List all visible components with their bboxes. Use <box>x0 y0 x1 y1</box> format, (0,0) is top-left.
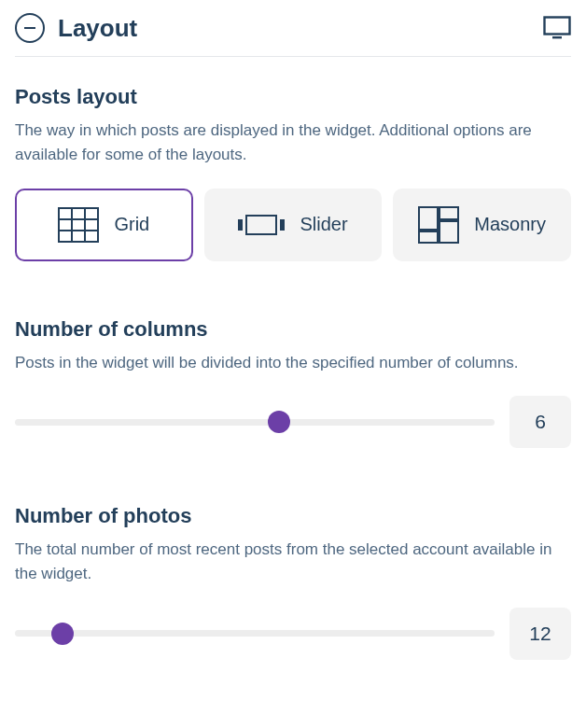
posts-layout-title: Posts layout <box>15 85 571 109</box>
photos-section: Number of photos The total number of mos… <box>15 448 571 660</box>
svg-rect-12 <box>440 207 458 219</box>
photos-slider[interactable] <box>15 630 495 637</box>
slider-icon <box>238 215 285 235</box>
posts-layout-section: Posts layout The way in which posts are … <box>15 57 571 261</box>
columns-desc: Posts in the widget will be divided into… <box>15 351 571 375</box>
svg-rect-10 <box>419 207 438 230</box>
svg-rect-13 <box>440 221 458 243</box>
photos-slider-thumb[interactable] <box>51 623 74 645</box>
columns-slider-thumb[interactable] <box>268 411 290 433</box>
svg-rect-2 <box>59 208 98 242</box>
posts-layout-desc: The way in which posts are displayed in … <box>15 119 571 168</box>
layout-option-label: Grid <box>114 214 149 235</box>
columns-title: Number of columns <box>15 317 571 342</box>
desktop-preview-icon[interactable] <box>543 17 571 39</box>
grid-icon <box>58 207 99 243</box>
photos-title: Number of photos <box>15 504 571 528</box>
svg-rect-11 <box>419 231 438 243</box>
layout-option-slider[interactable]: Slider <box>204 189 383 261</box>
collapse-button[interactable] <box>15 13 45 43</box>
photos-slider-row: 12 <box>15 608 571 660</box>
layout-option-label: Masonry <box>474 214 546 235</box>
svg-rect-7 <box>246 216 276 234</box>
photos-value[interactable]: 12 <box>509 608 571 660</box>
header-left: Layout <box>15 13 137 43</box>
svg-rect-9 <box>280 219 285 231</box>
columns-slider-row: 6 <box>15 396 571 448</box>
columns-section: Number of columns Posts in the widget wi… <box>15 261 571 448</box>
columns-slider[interactable] <box>15 419 495 426</box>
layout-option-masonry[interactable]: Masonry <box>393 189 571 261</box>
svg-rect-8 <box>238 219 243 231</box>
header: Layout <box>15 6 571 57</box>
svg-rect-0 <box>545 18 570 35</box>
layout-option-label: Slider <box>300 214 347 235</box>
masonry-icon <box>418 206 459 244</box>
page-title: Layout <box>58 14 137 43</box>
layout-options: Grid Slider Masonry <box>15 189 571 261</box>
photos-desc: The total number of most recent posts fr… <box>15 538 571 587</box>
svg-rect-1 <box>552 36 562 38</box>
columns-value[interactable]: 6 <box>509 396 571 448</box>
layout-option-grid[interactable]: Grid <box>15 189 193 261</box>
minus-icon <box>24 27 35 29</box>
